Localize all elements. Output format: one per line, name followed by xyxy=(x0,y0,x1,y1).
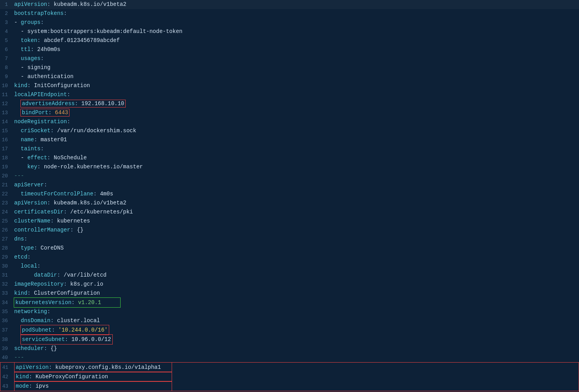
line-number: 23 xyxy=(0,199,14,208)
line-number: 15 xyxy=(0,127,14,135)
line-content: podSubnet: '10.244.0.0/16' xyxy=(14,325,579,335)
line-number: 22 xyxy=(0,190,14,199)
line-number: 9 xyxy=(0,73,14,81)
code-line: 41apiVersion: kubeproxy.config.k8s.io/v1… xyxy=(0,363,579,372)
line-number: 25 xyxy=(0,217,14,226)
code-line: 12 advertiseAddress: 192.168.10.10 xyxy=(0,99,579,108)
kubeproxy-section: 41apiVersion: kubeproxy.config.k8s.io/v1… xyxy=(0,362,579,391)
line-content: - groups: xyxy=(14,18,579,27)
line-content: etcd: xyxy=(14,253,579,261)
line-number: 14 xyxy=(0,118,14,126)
code-line: 26controllerManager: {} xyxy=(0,226,579,235)
line-number: 11 xyxy=(0,91,14,99)
code-line: 14nodeRegistration: xyxy=(0,117,579,126)
code-line: 32imageRepository: k8s.gcr.io xyxy=(0,280,579,289)
line-number: 20 xyxy=(0,172,14,181)
code-line: 38 serviceSubnet: 10.96.0.0/12 xyxy=(0,335,579,344)
code-line: 43mode: ipvs xyxy=(0,381,579,391)
line-number: 34 xyxy=(0,299,14,307)
line-content: apiVersion: kubeadm.k8s.io/v1beta2 xyxy=(14,199,579,207)
line-content: local: xyxy=(14,262,579,270)
line-number: 29 xyxy=(0,253,14,262)
code-line: 42kind: KubeProxyConfiguration xyxy=(0,372,579,381)
code-line: 3- groups: xyxy=(0,18,579,27)
code-line: 39scheduler: {} xyxy=(0,344,579,353)
code-line: 37 podSubnet: '10.244.0.0/16' xyxy=(0,325,579,335)
line-content: clusterName: kubernetes xyxy=(14,217,579,225)
line-number: 5 xyxy=(0,36,14,45)
code-line: 10kind: InitConfiguration xyxy=(0,81,579,90)
line-content: name: master01 xyxy=(14,135,579,144)
code-line: 4 - system:bootstrappers:kubeadm:default… xyxy=(0,27,579,36)
line-number: 36 xyxy=(0,317,14,325)
code-line: 29etcd: xyxy=(0,253,579,262)
line-number: 13 xyxy=(0,109,14,117)
code-line: 19 key: node-role.kubernetes.io/master xyxy=(0,162,579,171)
code-line: 33kind: ClusterConfiguration xyxy=(0,289,579,298)
code-line: 34kubernetesVersion: v1.20.1 xyxy=(0,298,579,307)
code-editor: 1apiVersion: kubeadm.k8s.io/v1beta22boot… xyxy=(0,0,579,391)
line-content: localAPIEndpoint: xyxy=(14,90,579,99)
line-number: 2 xyxy=(0,9,14,18)
code-line: 28 type: CoreDNS xyxy=(0,244,579,253)
line-content: kind: InitConfiguration xyxy=(14,81,579,90)
line-number: 28 xyxy=(0,244,14,253)
line-number: 38 xyxy=(0,335,14,344)
line-number: 37 xyxy=(0,326,14,335)
code-line: 22 timeoutForControlPlane: 4m0s xyxy=(0,190,579,199)
line-content: - signing xyxy=(14,63,579,72)
line-number: 40 xyxy=(0,354,14,362)
code-line: 24certificatesDir: /etc/kubernetes/pki xyxy=(0,208,579,217)
line-content: taints: xyxy=(14,144,579,153)
line-number: 1 xyxy=(0,0,14,9)
line-number: 12 xyxy=(0,100,14,108)
code-line: 5 token: abcdef.0123456789abcdef xyxy=(0,36,579,45)
code-line: 15 criSocket: /var/run/dockershim.sock xyxy=(0,126,579,135)
line-number: 18 xyxy=(0,154,14,162)
line-content: certificatesDir: /etc/kubernetes/pki xyxy=(14,208,579,216)
line-number: 6 xyxy=(0,46,14,54)
line-content: networking: xyxy=(14,307,579,316)
line-content: controllerManager: {} xyxy=(14,226,579,234)
line-content: key: node-role.kubernetes.io/master xyxy=(14,162,579,171)
code-line: 23apiVersion: kubeadm.k8s.io/v1beta2 xyxy=(0,199,579,208)
line-number: 7 xyxy=(0,55,14,63)
line-number: 42 xyxy=(0,373,15,381)
line-content: - effect: NoSchedule xyxy=(14,153,579,162)
line-content: kubernetesVersion: v1.20.1 xyxy=(14,298,579,307)
code-line: 35networking: xyxy=(0,307,579,316)
code-line: 30 local: xyxy=(0,262,579,271)
line-content: advertiseAddress: 192.168.10.10 xyxy=(14,99,579,108)
line-content: nodeRegistration: xyxy=(14,117,579,126)
code-line: 11localAPIEndpoint: xyxy=(0,90,579,99)
line-content: --- xyxy=(14,171,579,180)
line-content: usages: xyxy=(14,54,579,63)
line-number: 24 xyxy=(0,208,14,217)
line-number: 33 xyxy=(0,289,14,298)
line-content: bindPort: 6443 xyxy=(14,108,579,117)
line-number: 21 xyxy=(0,181,14,190)
line-number: 17 xyxy=(0,145,14,153)
line-content: criSocket: /var/run/dockershim.sock xyxy=(14,126,579,135)
code-line: 17 taints: xyxy=(0,144,579,153)
code-line: 21apiServer: xyxy=(0,181,579,190)
line-number: 19 xyxy=(0,163,14,171)
line-number: 39 xyxy=(0,345,14,353)
code-line: 9 - authentication xyxy=(0,72,579,81)
line-content: mode: ipvs xyxy=(15,381,579,391)
code-line: 27dns: xyxy=(0,235,579,244)
code-line: 8 - signing xyxy=(0,63,579,72)
line-content: scheduler: {} xyxy=(14,344,579,353)
line-content: apiServer: xyxy=(14,181,579,189)
code-line: 40--- xyxy=(0,353,579,362)
line-number: 16 xyxy=(0,136,14,144)
line-content: - authentication xyxy=(14,72,579,81)
line-content: serviceSubnet: 10.96.0.0/12 xyxy=(14,335,579,344)
line-content: timeoutForControlPlane: 4m0s xyxy=(14,190,579,198)
code-line: 20--- xyxy=(0,171,579,181)
line-content: - system:bootstrappers:kubeadm:default-n… xyxy=(14,27,579,36)
line-content: dnsDomain: cluster.local xyxy=(14,316,579,325)
line-number: 8 xyxy=(0,64,14,72)
line-number: 26 xyxy=(0,226,14,235)
code-line: 18 - effect: NoSchedule xyxy=(0,153,579,162)
